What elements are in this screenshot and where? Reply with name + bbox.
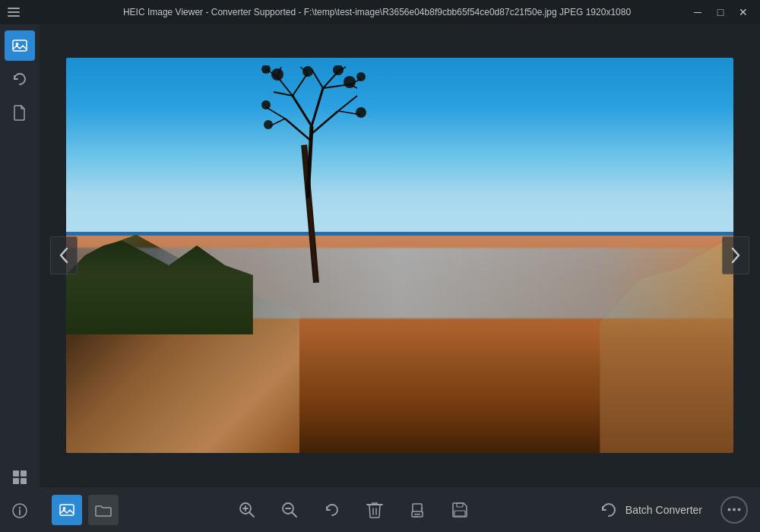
svg-rect-8 [21, 478, 27, 484]
content-area: Batch Converter [40, 24, 760, 532]
batch-converter-icon [598, 499, 619, 521]
svg-rect-2 [8, 15, 20, 17]
svg-point-43 [63, 507, 66, 510]
svg-point-60 [733, 508, 736, 511]
svg-point-61 [738, 508, 741, 511]
window-title: HEIC Image Viewer - Converter Supported … [67, 7, 687, 17]
print-button[interactable] [404, 496, 431, 524]
svg-rect-1 [8, 11, 20, 13]
hamburger-icon[interactable] [6, 5, 21, 20]
svg-rect-7 [13, 478, 19, 484]
batch-converter-button[interactable]: Batch Converter [589, 495, 711, 525]
toolbar-right: Batch Converter [589, 495, 748, 525]
bottom-toolbar: Batch Converter [40, 486, 760, 532]
toolbar-left [52, 495, 119, 525]
more-options-button[interactable] [720, 496, 748, 524]
minimize-button[interactable]: ─ [687, 4, 708, 21]
sidebar-item-info[interactable] [5, 496, 35, 526]
sidebar-item-windows[interactable] [5, 462, 35, 492]
folder-view-button[interactable] [88, 495, 119, 525]
batch-converter-label: Batch Converter [625, 504, 702, 516]
svg-rect-55 [414, 516, 418, 518]
sidebar-item-file[interactable] [5, 97, 35, 128]
delete-button[interactable] [361, 496, 388, 524]
svg-rect-58 [454, 511, 465, 516]
svg-line-45 [250, 512, 255, 517]
next-image-button[interactable] [722, 236, 749, 274]
photo-view-button[interactable] [52, 495, 82, 525]
image-display-area [40, 24, 760, 486]
zoom-out-button[interactable] [276, 496, 303, 524]
sidebar-bottom [5, 462, 35, 526]
image-view [66, 58, 733, 453]
window-controls: ─ □ ✕ [687, 4, 754, 21]
sidebar-item-rotate[interactable] [5, 64, 35, 94]
svg-rect-54 [414, 514, 420, 515]
main-area: Batch Converter [0, 24, 760, 532]
svg-point-4 [16, 43, 19, 46]
prev-image-button[interactable] [50, 236, 78, 274]
photo-sky [66, 58, 733, 255]
svg-point-56 [421, 507, 423, 508]
toolbar-center [119, 496, 589, 524]
maximize-button[interactable]: □ [710, 4, 731, 21]
sidebar-item-image[interactable] [5, 30, 35, 61]
svg-point-59 [728, 508, 731, 511]
save-button[interactable] [446, 496, 473, 524]
close-button[interactable]: ✕ [733, 4, 754, 21]
svg-rect-6 [21, 470, 27, 477]
svg-line-49 [293, 512, 297, 517]
svg-rect-0 [8, 8, 20, 9]
sidebar [0, 24, 40, 532]
zoom-in-button[interactable] [233, 496, 261, 524]
rotate-button[interactable] [318, 496, 346, 524]
svg-point-11 [19, 507, 21, 508]
svg-rect-5 [13, 470, 19, 477]
title-bar: HEIC Image Viewer - Converter Supported … [0, 0, 760, 24]
